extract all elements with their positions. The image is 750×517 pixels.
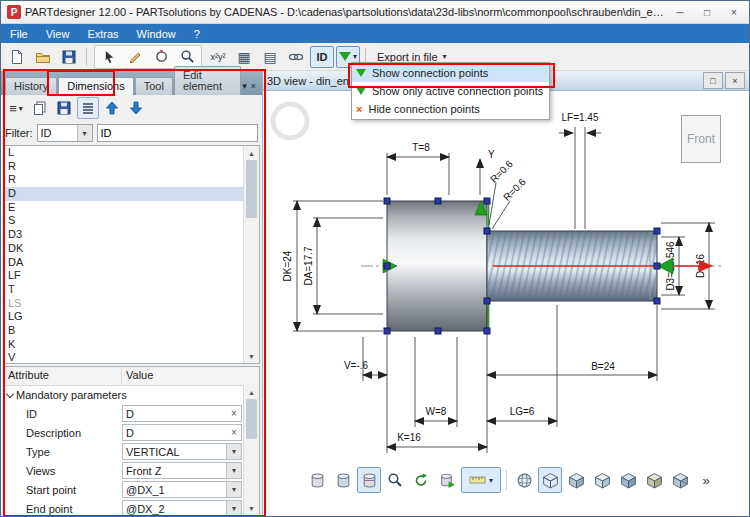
list-item[interactable]: R xyxy=(4,173,259,187)
id-button[interactable]: ID xyxy=(310,46,334,68)
open-button[interactable] xyxy=(31,46,55,68)
maximize-button[interactable]: □ xyxy=(694,3,720,21)
copy-button[interactable] xyxy=(29,97,51,119)
list-item[interactable]: T xyxy=(4,283,259,297)
table-edit-button[interactable]: ▤ xyxy=(258,46,282,68)
list-item-selected[interactable]: D xyxy=(4,187,259,201)
chevron-down-icon[interactable]: ▾ xyxy=(226,482,241,497)
end-point-select[interactable]: @DX_2 ▾ xyxy=(122,500,242,516)
measure-dropdown-button[interactable]: ▾ xyxy=(461,467,501,493)
sphere-mesh-button[interactable] xyxy=(512,467,536,493)
menu-extras[interactable]: Extras xyxy=(78,26,127,42)
tab-tool[interactable]: Tool xyxy=(135,77,173,95)
cube-view-2-button[interactable] xyxy=(564,467,588,493)
save-button[interactable] xyxy=(57,46,81,68)
type-select[interactable]: VERTICAL ▾ xyxy=(122,443,242,460)
cylinder-view-1-button[interactable] xyxy=(305,467,329,493)
minimize-button[interactable]: ─ xyxy=(667,3,693,21)
list-item[interactable]: S xyxy=(4,214,259,228)
list-item[interactable]: K xyxy=(4,338,259,352)
menu-item-show-connection-points[interactable]: Show connection points xyxy=(352,64,549,82)
menu-item-hide-connection-points[interactable]: × Hide connection points xyxy=(352,100,549,118)
front-view-label[interactable]: Front xyxy=(681,115,721,163)
select-tool-button[interactable] xyxy=(97,46,121,68)
list-view-button[interactable] xyxy=(77,97,99,119)
description-field[interactable]: D × xyxy=(122,424,242,441)
viewport-close-button[interactable]: × xyxy=(725,72,745,89)
viewport-maximize-button[interactable]: □ xyxy=(703,72,723,89)
formula-button[interactable]: x²y² xyxy=(206,46,230,68)
pencil-icon xyxy=(128,49,143,64)
cube-view-3-button[interactable] xyxy=(590,467,614,493)
cylinder-view-3-button[interactable] xyxy=(357,467,381,493)
list-item[interactable]: R xyxy=(4,160,259,174)
link-button[interactable] xyxy=(284,46,308,68)
column-value: Value xyxy=(122,367,259,385)
scroll-down-icon[interactable]: ▼ xyxy=(244,349,259,363)
list-item[interactable]: DA xyxy=(4,256,259,270)
menu-item-show-only-active[interactable]: Show only active connection points xyxy=(352,82,549,100)
3d-canvas[interactable]: T=8 Y LF=1.45 R=0.6 R=0.6 DK=24 DA=17.7 … xyxy=(263,91,749,517)
cube-view-6-button[interactable] xyxy=(668,467,692,493)
pin-icon[interactable]: ▾ xyxy=(242,81,247,91)
menu-window[interactable]: Window xyxy=(128,26,185,42)
filter-combo[interactable]: ID ▾ xyxy=(37,124,93,142)
new-document-button[interactable] xyxy=(5,46,29,68)
list-item[interactable]: LS xyxy=(4,297,259,311)
move-down-button[interactable] xyxy=(125,97,147,119)
tab-history[interactable]: History xyxy=(5,77,57,95)
save-list-button[interactable] xyxy=(53,97,75,119)
scroll-down-icon[interactable]: ▼ xyxy=(244,501,259,515)
id-icon: ID xyxy=(317,51,328,63)
list-item[interactable]: LF xyxy=(4,269,259,283)
toolbar-overflow-button[interactable]: » xyxy=(694,467,718,493)
cube-view-1-button[interactable] xyxy=(538,467,562,493)
rotate-view-button[interactable] xyxy=(409,467,433,493)
filter-input[interactable] xyxy=(97,124,259,142)
cylinder-view-2-button[interactable] xyxy=(331,467,355,493)
id-field[interactable]: D × xyxy=(122,405,242,422)
zoom-tool-button[interactable] xyxy=(175,46,199,68)
list-item[interactable]: DK xyxy=(4,242,259,256)
panel-close-icon[interactable]: × xyxy=(251,81,256,91)
views-select[interactable]: Front Z ▾ xyxy=(122,462,242,479)
menu-view[interactable]: View xyxy=(37,26,79,42)
cube-view-4-button[interactable] xyxy=(616,467,640,493)
list-item[interactable]: B xyxy=(4,324,259,338)
cylinder-export-button[interactable] xyxy=(435,467,459,493)
list-item[interactable]: LG xyxy=(4,310,259,324)
menu-file[interactable]: File xyxy=(1,26,37,42)
scrollbar-thumb[interactable] xyxy=(246,160,257,218)
menu-help[interactable]: ? xyxy=(185,26,209,42)
viewport-zoom-button[interactable] xyxy=(383,467,407,493)
move-up-icon xyxy=(104,100,120,116)
scrollbar-thumb[interactable] xyxy=(246,399,257,439)
scroll-up-icon[interactable]: ▲ xyxy=(244,385,259,399)
chevron-down-icon[interactable]: ▾ xyxy=(226,463,241,478)
list-item[interactable]: L xyxy=(4,146,259,160)
view-menu-button[interactable]: ≡ ▾ xyxy=(5,97,27,119)
property-row-description: Description D × xyxy=(4,423,259,442)
tab-edit-element[interactable]: Edit element xyxy=(174,66,241,95)
circle-tool-button[interactable] xyxy=(149,46,173,68)
scroll-up-icon[interactable]: ▲ xyxy=(244,146,259,160)
list-item[interactable]: D3 xyxy=(4,228,259,242)
save-icon xyxy=(61,49,77,65)
close-button[interactable]: × xyxy=(721,3,747,21)
table-button[interactable]: ▦ xyxy=(232,46,256,68)
clear-icon[interactable]: × xyxy=(227,427,241,438)
grid-scrollbar[interactable]: ▲ ▼ xyxy=(243,385,259,515)
move-up-button[interactable] xyxy=(101,97,123,119)
pencil-tool-button[interactable] xyxy=(123,46,147,68)
list-item[interactable]: E xyxy=(4,201,259,215)
clear-icon[interactable]: × xyxy=(227,408,241,419)
list-item[interactable]: V xyxy=(4,351,259,364)
chevron-down-icon[interactable]: ▾ xyxy=(226,444,241,459)
group-row-mandatory[interactable]: Mandatory parameters xyxy=(4,386,259,404)
tab-dimensions[interactable]: Dimensions xyxy=(58,77,133,95)
start-point-select[interactable]: @DX_1 ▾ xyxy=(122,481,242,498)
chevron-down-icon[interactable]: ▾ xyxy=(226,501,241,516)
dim-w: W=8 xyxy=(426,406,447,417)
cube-view-5-button[interactable] xyxy=(642,467,666,493)
list-scrollbar[interactable]: ▲ ▼ xyxy=(243,146,259,363)
